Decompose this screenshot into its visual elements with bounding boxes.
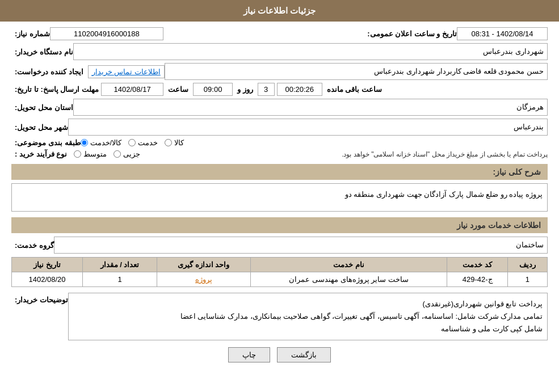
purchase-option-medium-label: متوسط xyxy=(83,150,107,158)
announce-value: 1402/08/14 - 08:31 xyxy=(457,27,548,40)
deadline-date: 1402/08/17 xyxy=(101,83,163,96)
deadline-time-label: ساعت xyxy=(168,85,188,94)
city-label: شهر محل تحویل: xyxy=(15,123,68,132)
col-name-header: نام خدمت xyxy=(250,258,447,272)
table-cell-code: ج-42-429 xyxy=(447,272,507,287)
buyer-notes-line2: تمامی مدارک شرکت شامل: اساسنامه، آگهی تا… xyxy=(73,310,543,323)
deadline-remaining-label: ساعت باقی مانده xyxy=(327,85,382,94)
col-date-header: تاریخ نیاز xyxy=(12,258,83,272)
subject-label: طبقه بندی موضوعی: xyxy=(15,138,81,147)
need-number-value: 1102004916000188 xyxy=(50,27,163,40)
purchase-option-partial-label: جزیی xyxy=(123,150,140,158)
subject-radio-kala[interactable] xyxy=(165,139,172,146)
col-unit-header: واحد اندازه گیری xyxy=(157,258,250,272)
back-button[interactable]: بازگشت xyxy=(277,347,331,363)
deadline-remaining: 00:20:26 xyxy=(277,83,322,96)
service-group-label: گروه خدمت: xyxy=(15,241,54,250)
buyer-notes-line3: شامل کپی کارت ملی و شناسنامه xyxy=(73,323,543,335)
services-section-header: اطلاعات خدمات مورد نیاز xyxy=(11,217,548,233)
contact-link[interactable]: اطلاعات تماس خریدار xyxy=(88,65,165,78)
print-button[interactable]: چاپ xyxy=(228,347,270,363)
col-row-header: ردیف xyxy=(507,258,547,272)
subject-option-kala-label: کالا xyxy=(174,138,184,147)
subject-radio-group: کالا/خدمت خدمت کالا xyxy=(81,138,184,147)
table-cell-date: 1402/08/20 xyxy=(12,272,83,287)
table-cell-row: 1 xyxy=(507,272,547,287)
page-header: جزئیات اطلاعات نیاز xyxy=(0,0,559,22)
purchase-radio-partial[interactable] xyxy=(114,150,121,158)
table-row: 1ج-42-429ساخت سایر پروژه‌های مهندسی عمرا… xyxy=(12,272,548,287)
province-label: استان محل تحویل: xyxy=(15,103,73,112)
summary-section-header: شرح کلی نیاز: xyxy=(11,164,548,180)
subject-radio-khedmat[interactable] xyxy=(128,139,136,146)
purchase-option-medium[interactable]: متوسط xyxy=(74,150,107,158)
subject-option-kala-khedmat-label: کالا/خدمت xyxy=(90,138,122,147)
city-value: بندرعباس xyxy=(68,119,548,136)
service-group-value: ساختمان xyxy=(54,237,548,254)
deadline-days-label: روز و xyxy=(237,85,253,94)
creator-value: حسن محمودی قلعه قاضی کاربردار شهرداری بن… xyxy=(165,63,548,80)
buyer-org-label: نام دستگاه خریدار: xyxy=(15,48,73,56)
col-code-header: کد خدمت xyxy=(447,258,507,272)
subject-radio-kala-khedmat[interactable] xyxy=(81,139,88,146)
purchase-radio-medium[interactable] xyxy=(74,150,81,158)
creator-label: ایجاد کننده درخواست: xyxy=(15,68,83,76)
buyer-notes-line1: پرداخت تابع قوانین شهرداری(غیرنقدی) xyxy=(73,298,543,310)
purchase-type-label: نوع فرآیند خرید : xyxy=(15,150,67,158)
summary-value: پروژه پیاده رو ضلع شمال پارک آزادگان جهت… xyxy=(11,183,548,212)
buttons-row: بازگشت چاپ xyxy=(11,347,548,363)
purchase-option-partial[interactable]: جزیی xyxy=(114,150,140,158)
content-area: شماره نیاز: 1102004916000188 تاریخ و ساع… xyxy=(0,22,559,374)
col-quantity-header: تعداد / مقدار xyxy=(83,258,157,272)
need-number-label: شماره نیاز: xyxy=(15,29,50,38)
table-cell-quantity: 1 xyxy=(83,272,157,287)
subject-option-khedmat[interactable]: خدمت xyxy=(128,138,158,147)
deadline-time: 09:00 xyxy=(193,83,233,96)
page-title: جزئیات اطلاعات نیاز xyxy=(243,6,316,15)
summary-label: شرح کلی نیاز: xyxy=(493,167,541,176)
province-value: هرمزگان xyxy=(73,99,548,116)
deadline-days: 3 xyxy=(258,83,275,96)
buyer-notes-label: توضیحات خریدار: xyxy=(15,293,68,304)
subject-option-kala-khedmat[interactable]: کالا/خدمت xyxy=(81,138,122,147)
buyer-notes-content: پرداخت تابع قوانین شهرداری(غیرنقدی) تمام… xyxy=(68,293,548,340)
services-table: ردیف کد خدمت نام خدمت واحد اندازه گیری ت… xyxy=(11,257,548,287)
page-wrapper: جزئیات اطلاعات نیاز شماره نیاز: 11020049… xyxy=(0,0,559,392)
announce-label: تاریخ و ساعت اعلان عمومی: xyxy=(367,29,457,38)
table-cell-unit: پروژه xyxy=(157,272,250,287)
table-cell-name: ساخت سایر پروژه‌های مهندسی عمران xyxy=(250,272,447,287)
services-section-label: اطلاعات خدمات مورد نیاز xyxy=(457,221,541,230)
buyer-org-value: شهرداری بندرعباس xyxy=(73,43,548,60)
subject-option-khedmat-label: خدمت xyxy=(138,138,158,147)
purchase-note: پرداخت تمام یا بخشی از مبلغ خریداز محل "… xyxy=(140,150,548,158)
subject-option-kala[interactable]: کالا xyxy=(165,138,184,147)
deadline-label: مهلت ارسال پاسخ: تا تاریخ: xyxy=(15,85,99,94)
purchase-radio-group: متوسط جزیی xyxy=(74,150,140,158)
